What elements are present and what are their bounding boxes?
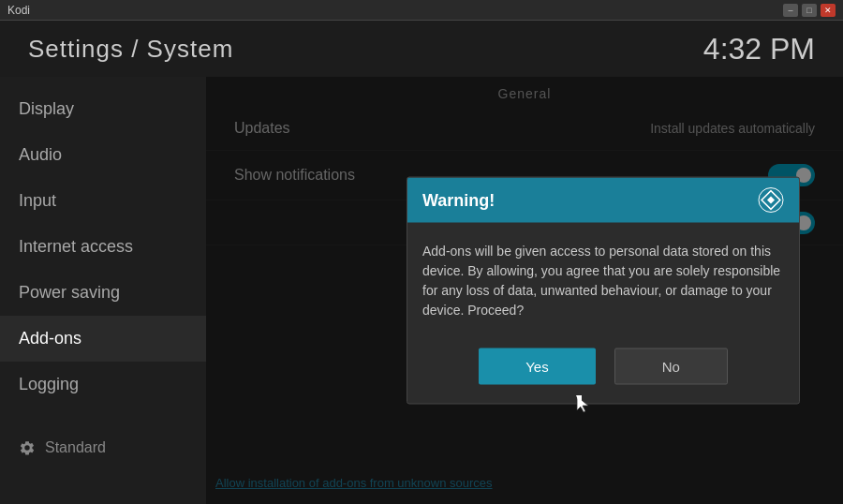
sidebar-item-label: Input	[19, 191, 56, 211]
sidebar-item-label: Power saving	[19, 283, 120, 303]
sidebar-item-label: Add-ons	[19, 329, 81, 348]
dialog-header: Warning!	[407, 178, 799, 223]
gear-icon	[19, 439, 36, 456]
kodi-icon	[758, 187, 784, 214]
sidebar-item-logging[interactable]: Logging	[0, 362, 206, 408]
sidebar-item-internet-access[interactable]: Internet access	[0, 224, 206, 270]
titlebar-controls: – □ ✕	[783, 4, 836, 17]
sidebar-item-power-saving[interactable]: Power saving	[0, 270, 206, 316]
sidebar-item-display[interactable]: Display	[0, 86, 206, 132]
sidebar-standard-label: Standard	[45, 439, 106, 456]
dialog-buttons: Yes No	[407, 339, 799, 404]
titlebar-title: Kodi	[7, 4, 30, 17]
sidebar-item-audio[interactable]: Audio	[0, 132, 206, 178]
dialog-body: Add-ons will be given access to personal…	[407, 223, 799, 339]
titlebar: Kodi – □ ✕	[0, 0, 843, 21]
close-button[interactable]: ✕	[821, 4, 836, 17]
sidebar-item-label: Display	[19, 99, 74, 119]
sidebar-item-input[interactable]: Input	[0, 178, 206, 224]
sidebar-item-label: Audio	[19, 145, 62, 165]
dialog-yes-button[interactable]: Yes	[479, 348, 595, 385]
main-layout: Display Audio Input Internet access Powe…	[0, 77, 843, 504]
minimize-button[interactable]: –	[783, 4, 798, 17]
content-area: General Updates Install updates automati…	[206, 77, 843, 504]
sidebar-item-standard[interactable]: Standard	[0, 426, 206, 469]
sidebar: Display Audio Input Internet access Powe…	[0, 77, 206, 504]
sidebar-item-add-ons[interactable]: Add-ons	[0, 316, 206, 362]
header-title: Settings / System	[28, 35, 233, 64]
sidebar-item-label: Logging	[19, 375, 79, 394]
maximize-button[interactable]: □	[802, 4, 817, 17]
sidebar-item-label: Internet access	[19, 237, 133, 257]
warning-dialog: Warning! Add-ons will be given access to…	[407, 177, 800, 405]
dialog-no-button[interactable]: No	[614, 348, 728, 385]
dialog-title: Warning!	[422, 190, 495, 210]
header-time: 4:32 PM	[703, 32, 815, 67]
header: Settings / System 4:32 PM	[0, 21, 843, 77]
